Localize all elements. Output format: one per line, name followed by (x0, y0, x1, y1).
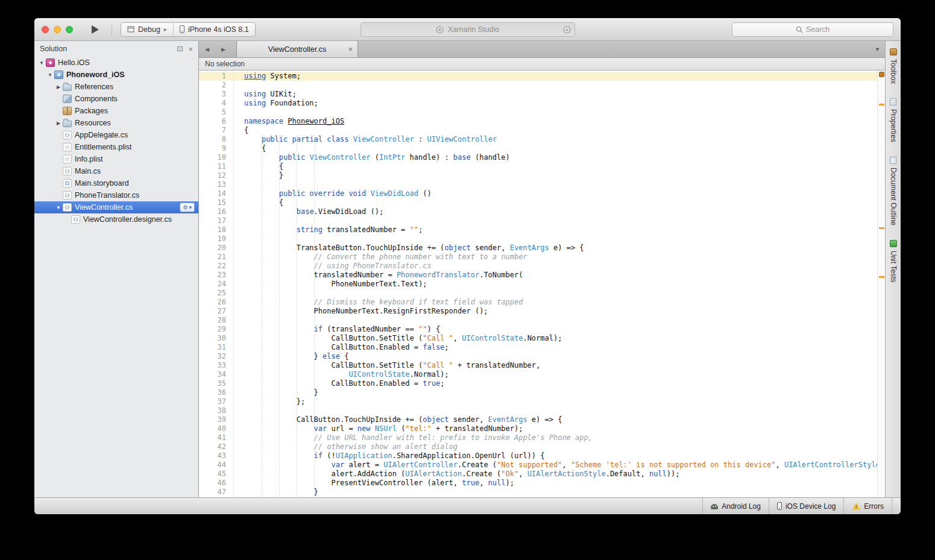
line-number[interactable]: 42 (199, 442, 234, 451)
code-line[interactable]: 42 // otherwise show an alert dialog (199, 442, 877, 451)
pad-tab-document-outline[interactable]: Document Outline (889, 157, 898, 225)
code-line[interactable]: 43 if (!UIApplication.SharedApplication.… (199, 451, 877, 461)
code-line[interactable]: 28 (199, 316, 877, 325)
tree-item-info-plist[interactable]: Info.plist (34, 153, 198, 165)
line-number[interactable]: 19 (199, 234, 234, 244)
tree-item-viewcontroller-cs[interactable]: ▼{}ViewController.cs⚙▾ (34, 201, 198, 213)
code-line[interactable]: 27 PhoneNumberText.ResignFirstResponder … (199, 307, 877, 316)
line-number[interactable]: 22 (199, 262, 234, 271)
line-number[interactable]: 2 (199, 81, 234, 90)
code-line[interactable]: 29 if (translatedNumber == "") { (199, 325, 877, 334)
line-number[interactable]: 24 (199, 280, 234, 289)
android-log-button[interactable]: Android Log (702, 498, 769, 514)
analysis-marker-dash[interactable] (879, 276, 884, 278)
tree-item-phonetranslator-cs[interactable]: {}PhoneTranslator.cs (34, 189, 198, 201)
tab-overflow-icon[interactable]: ▼ (870, 41, 885, 57)
line-number[interactable]: 45 (199, 470, 234, 479)
line-number[interactable]: 12 (199, 171, 234, 180)
line-number[interactable]: 47 (199, 488, 234, 497)
code-line[interactable]: 2 (199, 81, 877, 90)
code-line[interactable]: 37 }; (199, 397, 877, 406)
line-number[interactable]: 15 (199, 198, 234, 207)
line-number[interactable]: 4 (199, 99, 234, 108)
code-line[interactable]: 23 translatedNumber = PhonewordTranslato… (199, 271, 877, 280)
nav-back-button[interactable]: ◀ (199, 41, 215, 57)
line-number[interactable]: 21 (199, 253, 234, 262)
line-number[interactable]: 23 (199, 271, 234, 280)
code-line[interactable]: 9 { (199, 144, 877, 153)
device-selector[interactable]: iPhone 4s iOS 8.1 (174, 23, 255, 36)
code-line[interactable]: 16 base.ViewDidLoad (); (199, 207, 877, 216)
line-number[interactable]: 25 (199, 289, 234, 298)
code-line[interactable]: 15 { (199, 198, 877, 207)
analysis-marker-dash[interactable] (879, 104, 884, 105)
code-lines[interactable]: 1using System;23using UIKit;4using Found… (199, 71, 877, 497)
tree-item-main-cs[interactable]: {}Main.cs (34, 165, 198, 177)
line-number[interactable]: 44 (199, 461, 234, 470)
code-editor[interactable]: 1using System;23using UIKit;4using Found… (199, 71, 885, 497)
code-line[interactable]: 6namespace Phoneword_iOS (199, 117, 877, 126)
zoom-window-button[interactable] (66, 26, 73, 33)
code-line[interactable]: 13 (199, 180, 877, 189)
line-number[interactable]: 18 (199, 225, 234, 234)
line-number[interactable]: 10 (199, 153, 234, 162)
line-number[interactable]: 38 (199, 406, 234, 415)
item-options-button[interactable]: ⚙▾ (180, 203, 195, 212)
line-number[interactable]: 37 (199, 397, 234, 406)
expander-open-icon[interactable]: ▼ (55, 205, 62, 210)
run-button[interactable] (87, 22, 103, 37)
analysis-marker-square[interactable] (879, 72, 884, 77)
line-number[interactable]: 28 (199, 316, 234, 325)
code-line[interactable]: 18 string translatedNumber = ""; (199, 225, 877, 234)
line-number[interactable]: 16 (199, 207, 234, 216)
pad-tab-properties[interactable]: Properties (889, 98, 898, 142)
code-line[interactable]: 1using System; (199, 72, 877, 81)
line-number[interactable]: 34 (199, 370, 234, 379)
line-number[interactable]: 26 (199, 298, 234, 307)
line-number[interactable]: 8 (199, 135, 234, 144)
code-line[interactable]: 41 // Use URL handler with tel: prefix t… (199, 433, 877, 442)
pad-close-icon[interactable]: × (188, 45, 193, 53)
code-line[interactable]: 31 CallButton.Enabled = false; (199, 343, 877, 352)
tree-item-hello-ios[interactable]: ▼Hello.iOS (34, 57, 198, 69)
tree-item-entitlements-plist[interactable]: Entitlements.plist (34, 141, 198, 153)
code-line[interactable]: 39 CallButton.TouchUpInside += (object s… (199, 415, 877, 424)
code-line[interactable]: 47 } (199, 488, 877, 497)
tree-item-main-storyboard[interactable]: Main.storyboard (34, 177, 198, 189)
code-line[interactable]: 34 UIControlState.Normal); (199, 370, 877, 379)
analysis-marker-dash[interactable] (879, 227, 884, 229)
errors-button[interactable]: Errors (843, 498, 892, 514)
code-line[interactable]: 36 } (199, 388, 877, 397)
status-progress-icon[interactable] (563, 26, 571, 34)
line-number[interactable]: 31 (199, 343, 234, 352)
tree-item-phoneword-ios[interactable]: ▼Phoneword_iOS (34, 69, 198, 81)
code-line[interactable]: 35 CallButton.Enabled = true; (199, 379, 877, 388)
code-line[interactable]: 21 // Convert the phone number with text… (199, 253, 877, 262)
line-number[interactable]: 3 (199, 90, 234, 99)
line-number[interactable]: 43 (199, 451, 234, 461)
line-number[interactable]: 29 (199, 325, 234, 334)
minimize-window-button[interactable] (54, 26, 61, 33)
line-number[interactable]: 27 (199, 307, 234, 316)
code-line[interactable]: 4using Foundation; (199, 99, 877, 108)
code-line[interactable]: 26 // Dismiss the keyboard if text field… (199, 298, 877, 307)
line-number[interactable]: 6 (199, 117, 234, 126)
code-line[interactable]: 8 public partial class ViewController : … (199, 135, 877, 144)
tree-item-packages[interactable]: Packages (34, 105, 198, 117)
code-line[interactable]: 10 public ViewController (IntPtr handle)… (199, 153, 877, 162)
tab-viewcontroller-cs[interactable]: ViewController.cs × (236, 41, 358, 57)
code-line[interactable]: 30 CallButton.SetTitle ("Call ", UIContr… (199, 334, 877, 343)
code-line[interactable]: 3using UIKit; (199, 90, 877, 99)
expander-closed-icon[interactable]: ▶ (55, 84, 62, 90)
ios-device-log-button[interactable]: iOS Device Log (769, 498, 843, 514)
code-line[interactable]: 19 (199, 234, 877, 244)
tree-item-resources[interactable]: ▶Resources (34, 117, 198, 129)
analysis-margin[interactable] (877, 71, 885, 497)
code-line[interactable]: 20 TranslateButton.TouchUpInside += (obj… (199, 244, 877, 253)
pad-dock-icon[interactable] (177, 46, 183, 51)
code-line[interactable]: 25 (199, 289, 877, 298)
line-number[interactable]: 40 (199, 424, 234, 433)
line-number[interactable]: 32 (199, 352, 234, 361)
search-input[interactable]: Search (732, 22, 893, 37)
line-number[interactable]: 30 (199, 334, 234, 343)
